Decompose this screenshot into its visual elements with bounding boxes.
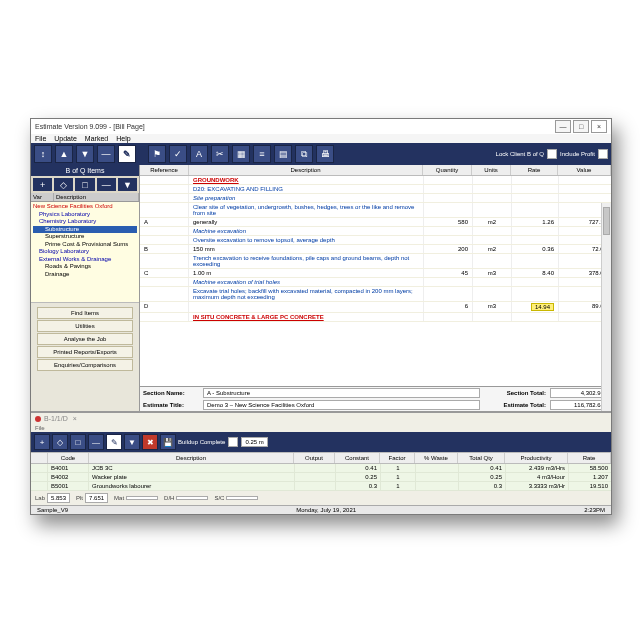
bu-add-icon[interactable]: + [34, 434, 50, 450]
bu-save-icon[interactable]: 💾 [160, 434, 176, 450]
tree-item[interactable]: Drainage [33, 271, 137, 279]
buildup-grid-header: Code Description Output Constant Factor … [31, 452, 611, 464]
grid-row[interactable]: Trench excavation to receive foundations… [140, 254, 611, 269]
bu-col-constant[interactable]: Constant [335, 453, 380, 463]
buildup-row[interactable]: B4002Wacker plate0.2510.254 m3/Hour1.207 [31, 473, 611, 482]
grid-row[interactable]: D20: EXCAVATING AND FILLING [140, 185, 611, 194]
vertical-scrollbar[interactable] [601, 203, 611, 411]
sidebar-collapse-icon[interactable]: □ [75, 178, 94, 191]
grid-row[interactable]: IN SITU CONCRETE & LARGE PC CONCRETE [140, 313, 611, 322]
tool-down-icon[interactable]: ▼ [76, 145, 94, 163]
tool-calc-icon[interactable]: ▦ [232, 145, 250, 163]
maximize-button[interactable]: □ [573, 120, 589, 133]
grid-row[interactable]: Clear site of vegetation, undergrowth, b… [140, 203, 611, 218]
grid-row[interactable]: B150 mm200m20.3672.09 [140, 245, 611, 254]
bu-col-waste[interactable]: % Waste [415, 453, 458, 463]
col-rate[interactable]: Rate [511, 165, 558, 175]
bu-col-output[interactable]: Output [294, 453, 335, 463]
estimate-title-field[interactable]: Demo 3 – New Science Facilities Oxford [203, 400, 480, 410]
grid-row[interactable]: Oversite excavation to remove topsoil, a… [140, 236, 611, 245]
sc-value[interactable] [226, 496, 258, 500]
bu-edit-icon[interactable]: ✎ [106, 434, 122, 450]
bu-remove-icon[interactable]: — [88, 434, 104, 450]
utilities-button[interactable]: Utilities [37, 320, 133, 332]
bu-expand-icon[interactable]: ◇ [52, 434, 68, 450]
grid-row[interactable]: GROUNDWORK [140, 176, 611, 185]
grid-row[interactable]: Site preparation [140, 194, 611, 203]
tree-item[interactable]: External Works & Drainage [33, 256, 137, 264]
tool-edit-icon[interactable]: ✎ [118, 145, 136, 163]
buildup-close-icon[interactable]: × [73, 415, 77, 422]
tool-check-icon[interactable]: ✓ [169, 145, 187, 163]
col-value[interactable]: Value [558, 165, 611, 175]
col-reference[interactable]: Reference [140, 165, 189, 175]
tool-clip-icon[interactable]: ✂ [211, 145, 229, 163]
buildup-complete-checkbox[interactable] [228, 437, 238, 447]
tool-print-icon[interactable]: 🖶 [316, 145, 334, 163]
bu-col-productivity[interactable]: Productivity [505, 453, 568, 463]
tree-item[interactable]: Superstructure [33, 233, 137, 241]
tool-grid-icon[interactable]: ▤ [274, 145, 292, 163]
tree-item[interactable]: Prime Cost & Provisional Sums [33, 241, 137, 249]
bu-col-rate[interactable]: Rate [568, 453, 611, 463]
tree-item[interactable]: Chemistry Laboratory [33, 218, 137, 226]
sidebar-add-icon[interactable]: + [33, 178, 52, 191]
reports-button[interactable]: Printed Reports/Exports [37, 346, 133, 358]
tool-insert-icon[interactable]: ▲ [55, 145, 73, 163]
grid-row[interactable]: Agenerally580m21.26727.16 [140, 218, 611, 227]
grid-row[interactable]: Excavate trial holes; backfill with exca… [140, 287, 611, 302]
tree-item-selected[interactable]: Substructure [33, 226, 137, 234]
include-profit-checkbox[interactable] [598, 149, 608, 159]
tree-root[interactable]: New Science Facilities Oxford [33, 203, 137, 211]
col-description[interactable]: Description [189, 165, 423, 175]
minimize-button[interactable]: — [555, 120, 571, 133]
tool-delete-icon[interactable]: — [97, 145, 115, 163]
bu-col-code[interactable]: Code [48, 453, 89, 463]
tool-a-icon[interactable]: A [190, 145, 208, 163]
close-button[interactable]: × [591, 120, 607, 133]
bu-col-desc[interactable]: Description [89, 453, 294, 463]
menu-marked[interactable]: Marked [85, 135, 108, 142]
bu-col-factor[interactable]: Factor [380, 453, 415, 463]
buildup-complete-value[interactable]: 0.25 m [241, 437, 267, 447]
bu-down-icon[interactable]: ▼ [124, 434, 140, 450]
sidebar-remove-icon[interactable]: — [97, 178, 116, 191]
tool-list-icon[interactable]: ≡ [253, 145, 271, 163]
tree-item[interactable]: Physics Laboratory [33, 211, 137, 219]
col-quantity[interactable]: Quantity [423, 165, 472, 175]
grid-row[interactable]: D6m314.9489.64 [140, 302, 611, 313]
analyse-job-button[interactable]: Analyse the Job [37, 333, 133, 345]
find-items-button[interactable]: Find Items [37, 307, 133, 319]
bu-delete-icon[interactable]: ✖ [142, 434, 158, 450]
buildup-file-label: File [31, 424, 611, 432]
lock-client-checkbox[interactable] [547, 149, 557, 159]
buildup-row[interactable]: B4001JCB 3C0.4110.412.439 m3/Hrs58.500 [31, 464, 611, 473]
grid-body[interactable]: GROUNDWORKD20: EXCAVATING AND FILLINGSit… [140, 176, 611, 386]
scrollbar-thumb[interactable] [603, 207, 610, 235]
sidebar-down-icon[interactable]: ▼ [118, 178, 137, 191]
tool-arrow-up-icon[interactable]: ↕ [34, 145, 52, 163]
section-name-label: Section Name: [143, 390, 199, 396]
buildup-grid-body[interactable]: B4001JCB 3C0.4110.412.439 m3/Hrs58.500B4… [31, 464, 611, 491]
bu-box-icon[interactable]: □ [70, 434, 86, 450]
menu-update[interactable]: Update [54, 135, 77, 142]
bu-col-totalqty[interactable]: Total Qty [458, 453, 505, 463]
enquiries-button[interactable]: Enquiries/Comparisons [37, 359, 133, 371]
grid-row[interactable]: C1.00 m45m38.40378.00 [140, 269, 611, 278]
menu-file[interactable]: File [35, 135, 46, 142]
buildup-row[interactable]: B5001Groundworks labourer0.310.33.3333 m… [31, 482, 611, 491]
mat-value[interactable] [126, 496, 158, 500]
tool-flag-icon[interactable]: ⚑ [148, 145, 166, 163]
tree-item[interactable]: Biology Laboratory [33, 248, 137, 256]
menu-bar: File Update Marked Help [31, 134, 611, 143]
project-tree[interactable]: New Science Facilities Oxford Physics La… [31, 202, 139, 302]
section-name-field[interactable]: A - Substructure [203, 388, 480, 398]
tool-copy-icon[interactable]: ⧉ [295, 145, 313, 163]
col-units[interactable]: Units [472, 165, 511, 175]
grid-row[interactable]: Machine excavation [140, 227, 611, 236]
sidebar-expand-icon[interactable]: ◇ [54, 178, 73, 191]
tree-item[interactable]: Roads & Pavings [33, 263, 137, 271]
dh-value[interactable] [176, 496, 208, 500]
menu-help[interactable]: Help [116, 135, 130, 142]
grid-row[interactable]: Machine excavation of trial holes [140, 278, 611, 287]
